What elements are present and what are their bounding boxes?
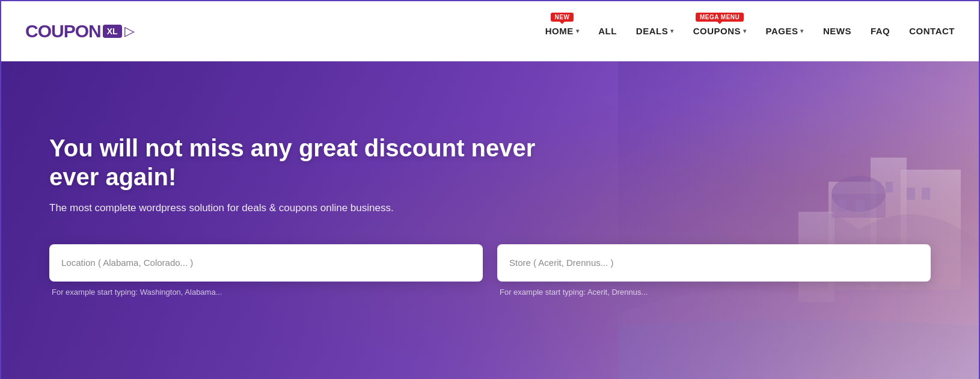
logo-icon: ▷ [124, 23, 135, 39]
nav-badge-new: NEW [551, 13, 574, 22]
nav-link-coupons[interactable]: COUPONS ▾ [693, 23, 747, 39]
hero-content: You will not miss any great discount nev… [49, 134, 590, 244]
logo-text: COUPON [25, 21, 101, 42]
logo-xl-badge: XL [103, 25, 122, 38]
hero-section: You will not miss any great discount nev… [1, 61, 979, 379]
location-hint-text: For example start typing: Washington, Al… [49, 288, 483, 297]
nav-item-all: ALL [598, 23, 617, 39]
nav-item-coupons: MEGA MENU COUPONS ▾ [693, 23, 747, 39]
svg-rect-12 [922, 188, 930, 200]
nav-item-faq: FAQ [871, 23, 890, 39]
deals-chevron-icon: ▾ [670, 28, 674, 34]
location-search-input[interactable] [61, 257, 471, 268]
coupons-chevron-icon: ▾ [743, 28, 747, 34]
header: COUPON XL ▷ NEW HOME ▾ ALL DEALS ▾ ME [1, 1, 979, 61]
store-search-input[interactable] [509, 257, 919, 268]
nav-badge-mega: MEGA MENU [696, 13, 744, 22]
nav-link-contact[interactable]: CONTACT [909, 23, 955, 39]
nav-item-pages: PAGES ▾ [766, 23, 804, 39]
hero-title: You will not miss any great discount nev… [49, 134, 590, 191]
nav-link-faq[interactable]: FAQ [871, 23, 890, 39]
main-nav: NEW HOME ▾ ALL DEALS ▾ MEGA MENU COUPONS… [545, 23, 955, 39]
nav-link-news[interactable]: NEWS [823, 23, 851, 39]
svg-rect-7 [838, 200, 847, 212]
home-chevron-icon: ▾ [576, 28, 580, 34]
hero-subtitle: The most complete wordpress solution for… [49, 202, 590, 214]
svg-rect-9 [874, 182, 881, 193]
nav-link-all[interactable]: ALL [598, 23, 617, 39]
logo[interactable]: COUPON XL ▷ [25, 21, 135, 42]
hero-search-row [49, 244, 931, 282]
location-search-box [49, 244, 483, 282]
svg-rect-10 [886, 182, 893, 193]
svg-rect-8 [856, 200, 865, 212]
nav-link-deals[interactable]: DEALS ▾ [636, 23, 674, 39]
nav-link-home[interactable]: HOME ▾ [545, 23, 580, 39]
nav-item-deals: DEALS ▾ [636, 23, 674, 39]
store-search-box [497, 244, 931, 282]
svg-rect-11 [907, 188, 915, 200]
pages-chevron-icon: ▾ [800, 28, 804, 34]
nav-item-news: NEWS [823, 23, 851, 39]
hero-decoration [618, 61, 979, 379]
nav-item-contact: CONTACT [909, 23, 955, 39]
nav-link-pages[interactable]: PAGES ▾ [766, 23, 804, 39]
store-hint-text: For example start typing: Acerit, Drennu… [497, 288, 931, 297]
search-hints: For example start typing: Washington, Al… [49, 288, 931, 297]
nav-item-home: NEW HOME ▾ [545, 23, 580, 39]
